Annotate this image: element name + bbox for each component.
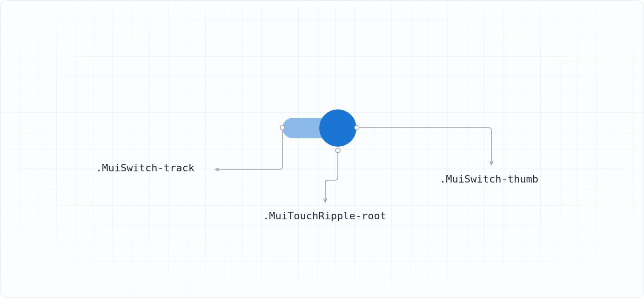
label-ripple: .MuiTouchRipple-root	[263, 210, 386, 222]
diagram-frame: .MuiSwitch-track .MuiTouchRipple-root .M…	[0, 0, 644, 298]
background-grid	[0, 0, 644, 298]
mui-switch[interactable]	[280, 109, 356, 146]
switch-thumb[interactable]	[319, 109, 356, 147]
label-thumb: .MuiSwitch-thumb	[440, 173, 538, 185]
label-track: .MuiSwitch-track	[96, 162, 195, 174]
